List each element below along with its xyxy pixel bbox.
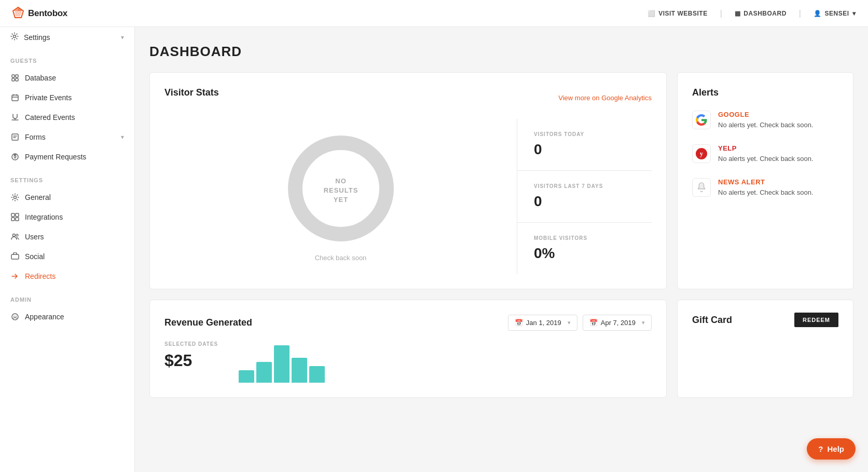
yelp-alert-text: No alerts yet. Check back soon. <box>718 154 814 164</box>
top-navigation: Bentobox ⬜ VISIT WEBSITE | ▦ DASHBOARD |… <box>0 0 868 27</box>
svg-point-22 <box>16 316 17 317</box>
visit-website-button[interactable]: ⬜ VISIT WEBSITE <box>647 10 708 17</box>
svg-rect-14 <box>16 213 19 217</box>
svg-point-18 <box>16 234 18 236</box>
bar-3 <box>274 345 290 383</box>
browser-icon: ⬜ <box>647 10 656 17</box>
main-content: DASHBOARD Visitor Stats View more on Goo… <box>135 27 868 472</box>
sidebar-item-appearance[interactable]: Appearance <box>0 307 134 327</box>
svg-rect-6 <box>16 75 18 77</box>
revenue-title: Revenue Generated <box>164 317 252 328</box>
date-to-value: Apr 7, 2019 <box>601 319 636 327</box>
social-label: Social <box>25 252 45 261</box>
revenue-grid: Revenue Generated 📅 Jan 1, 2019 ▾ 📅 Apr … <box>149 300 853 398</box>
user-menu[interactable]: 👤 SENSEI ▾ <box>814 10 856 17</box>
sidebar-item-social[interactable]: Social <box>0 247 134 266</box>
sidebar-item-database[interactable]: Database <box>0 68 134 88</box>
donut-chart-container: NO RESULTS YET Check back soon <box>164 121 517 272</box>
sidebar-item-forms[interactable]: Forms ▾ <box>0 127 134 147</box>
settings-icon <box>10 32 19 42</box>
visitor-stats-body: NO RESULTS YET Check back soon VISITORS … <box>164 119 652 274</box>
help-icon: ? <box>818 444 823 453</box>
revenue-header: Revenue Generated 📅 Jan 1, 2019 ▾ 📅 Apr … <box>164 315 652 331</box>
svg-rect-9 <box>12 95 18 101</box>
appearance-icon <box>10 312 20 321</box>
news-alert-name: NEWS ALERT <box>718 178 814 186</box>
visitors-today-value: 0 <box>534 141 635 158</box>
selected-dates-label: SELECTED DATES <box>164 341 218 347</box>
catered-events-label: Catered Events <box>25 113 75 122</box>
google-alert-name: GOOGLE <box>718 111 814 118</box>
forms-icon <box>10 132 20 142</box>
yelp-icon: y <box>692 144 711 163</box>
redeem-button[interactable]: REDEEM <box>794 313 838 327</box>
integrations-label: Integrations <box>25 213 63 221</box>
sidebar-item-users[interactable]: Users <box>0 227 134 247</box>
help-button[interactable]: ? Help <box>807 438 856 460</box>
revenue-card: Revenue Generated 📅 Jan 1, 2019 ▾ 📅 Apr … <box>149 300 667 398</box>
catered-events-icon <box>10 113 20 122</box>
svg-rect-5 <box>12 75 15 77</box>
admin-section-label: ADMIN <box>0 286 134 307</box>
redirects-icon <box>10 272 20 281</box>
news-alert-icon <box>692 178 711 197</box>
date-pickers: 📅 Jan 1, 2019 ▾ 📅 Apr 7, 2019 ▾ <box>508 315 652 331</box>
redirects-label: Redirects <box>25 272 56 280</box>
integrations-icon <box>10 212 20 222</box>
svg-point-12 <box>14 196 17 199</box>
dashboard-top-grid: Visitor Stats View more on Google Analyt… <box>149 72 853 289</box>
bar-2 <box>256 362 272 383</box>
mobile-visitors-label: MOBILE VISITORS <box>534 235 635 241</box>
view-analytics-link[interactable]: View more on Google Analytics <box>558 94 652 102</box>
sidebar-item-integrations[interactable]: Integrations <box>0 207 134 227</box>
sidebar-item-redirects[interactable]: Redirects <box>0 266 134 286</box>
general-icon <box>10 193 20 202</box>
selected-dates-amount: $25 <box>164 351 218 370</box>
sidebar-item-catered-events[interactable]: Catered Events <box>0 107 134 127</box>
svg-point-21 <box>13 316 15 317</box>
sidebar: Settings ▾ GUESTS Database <box>0 27 135 472</box>
visitor-stats-card: Visitor Stats View more on Google Analyt… <box>149 72 667 289</box>
svg-rect-16 <box>16 218 19 221</box>
date-to-chevron: ▾ <box>642 319 645 326</box>
page-title: DASHBOARD <box>149 44 853 60</box>
bar-1 <box>239 370 254 383</box>
topnav-right: ⬜ VISIT WEBSITE | ▦ DASHBOARD | 👤 SENSEI… <box>647 9 856 18</box>
news-alert-text: No alerts yet. Check back soon. <box>718 188 814 197</box>
svg-marker-3 <box>13 7 18 11</box>
yelp-alert-name: YELP <box>718 144 814 152</box>
visitor-stats-header: Visitor Stats View more on Google Analyt… <box>164 87 652 109</box>
donut-chart: NO RESULTS YET <box>284 131 398 246</box>
logo-area: Bentobox <box>12 7 67 20</box>
alert-item-yelp: y YELP No alerts yet. Check back soon. <box>692 144 838 164</box>
payment-requests-label: Payment Requests <box>25 153 86 161</box>
private-events-icon <box>10 93 20 102</box>
dashboard-icon: ▦ <box>735 10 741 17</box>
database-label: Database <box>25 74 56 82</box>
svg-text:y: y <box>700 150 703 157</box>
svg-marker-2 <box>18 7 23 11</box>
visitor-stats-title: Visitor Stats <box>164 87 219 98</box>
help-label: Help <box>827 444 844 453</box>
svg-rect-7 <box>12 78 15 81</box>
sidebar-item-payment-requests[interactable]: Payment Requests <box>0 147 134 167</box>
dashboard-button[interactable]: ▦ DASHBOARD <box>735 10 787 17</box>
date-to-picker[interactable]: 📅 Apr 7, 2019 ▾ <box>583 315 652 331</box>
forms-chevron-icon: ▾ <box>121 133 124 141</box>
mobile-visitors-metric: MOBILE VISITORS 0% <box>517 223 652 274</box>
date-from-value: Jan 1, 2019 <box>526 319 561 327</box>
svg-point-4 <box>13 35 16 38</box>
logo-icon <box>12 7 24 20</box>
alerts-title: Alerts <box>692 87 719 98</box>
svg-point-20 <box>12 314 18 320</box>
svg-rect-13 <box>11 213 15 217</box>
date-from-picker[interactable]: 📅 Jan 1, 2019 ▾ <box>508 315 577 331</box>
settings-item[interactable]: Settings ▾ <box>0 27 134 47</box>
logo-text: Bentobox <box>28 8 67 19</box>
sidebar-item-general[interactable]: General <box>0 187 134 207</box>
sidebar-item-private-events[interactable]: Private Events <box>0 88 134 107</box>
svg-text:NO: NO <box>335 177 347 185</box>
mobile-visitors-value: 0% <box>534 245 635 262</box>
svg-rect-8 <box>16 78 18 81</box>
google-icon <box>692 111 711 129</box>
